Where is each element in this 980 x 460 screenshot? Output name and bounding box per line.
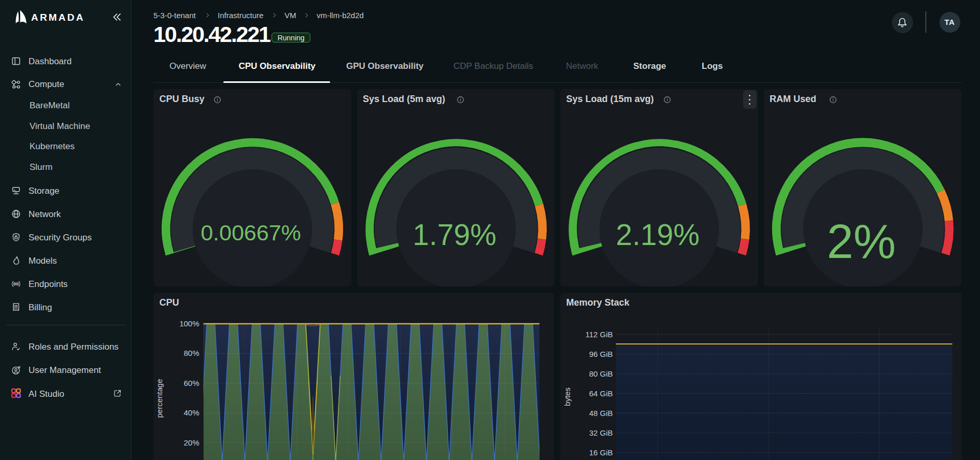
- svg-text:0.00667%: 0.00667%: [201, 220, 301, 245]
- svg-text:2%: 2%: [827, 215, 896, 268]
- svg-text:16 GiB: 16 GiB: [589, 448, 613, 457]
- svg-text:2.19%: 2.19%: [616, 218, 700, 251]
- svg-text:bytes: bytes: [563, 387, 572, 406]
- svg-text:60%: 60%: [183, 379, 199, 387]
- svg-text:percentage: percentage: [155, 379, 164, 418]
- svg-text:40%: 40%: [183, 408, 199, 417]
- svg-text:100%: 100%: [179, 319, 199, 328]
- svg-text:20%: 20%: [183, 438, 199, 447]
- svg-text:64 GiB: 64 GiB: [589, 389, 613, 398]
- svg-text:96 GiB: 96 GiB: [589, 350, 613, 358]
- svg-text:112 GiB: 112 GiB: [585, 330, 613, 339]
- svg-text:1.79%: 1.79%: [413, 218, 496, 251]
- svg-text:48 GiB: 48 GiB: [589, 409, 613, 418]
- svg-text:80 GiB: 80 GiB: [589, 369, 613, 378]
- svg-text:32 GiB: 32 GiB: [589, 428, 613, 437]
- svg-text:80%: 80%: [183, 349, 199, 357]
